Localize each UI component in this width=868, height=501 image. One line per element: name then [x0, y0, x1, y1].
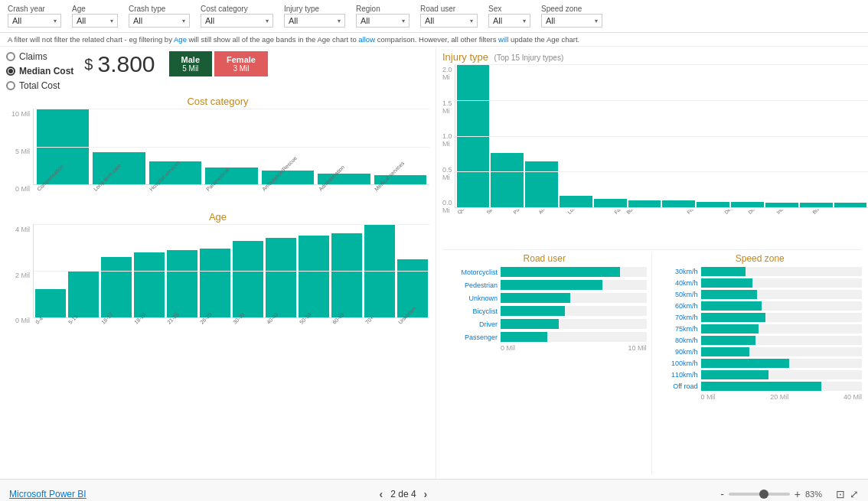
chevron-down-icon: ▾ — [54, 18, 57, 24]
filter-cost-category-select[interactable]: All ▾ — [201, 14, 273, 28]
speed-x-0: 0 Mil — [701, 393, 716, 401]
chevron-down-icon: ▾ — [470, 18, 473, 24]
inj-label-frac-limb: Fractures - Limb — [686, 210, 715, 215]
prev-page-arrow[interactable]: ‹ — [380, 488, 383, 500]
filter-sex-label: Sex — [488, 5, 530, 13]
female-label: Female — [227, 55, 256, 64]
filter-age-select[interactable]: All ▾ — [72, 14, 118, 28]
filter-region-select[interactable]: All ▾ — [356, 14, 410, 28]
radio-median-cost[interactable]: Median Cost — [6, 66, 73, 76]
inj-bar-fractures-limb — [697, 202, 729, 207]
road-bar-motorcyclist: Motorcyclist — [442, 267, 647, 277]
zoom-percent: 83% — [805, 490, 828, 499]
filter-crash-year-label: Crash year — [8, 5, 61, 13]
road-user-section: Road user Motorcyclist Pedestrian — [442, 253, 652, 474]
speed-bar-70: 70km/h — [658, 313, 863, 322]
cost-display: $ 3.800 — [84, 51, 155, 77]
speed-x-20: 20 Mil — [770, 393, 788, 401]
inj-y-0mi: 0.0 Mi — [442, 199, 452, 214]
bottom-charts: Road user Motorcyclist Pedestrian — [442, 253, 862, 474]
road-label-pedestrian: Pedestrian — [442, 281, 498, 289]
road-user-title: Road user — [442, 253, 647, 264]
filter-injury-type-label: Injury type — [284, 5, 345, 13]
age-y-2mil: 2 Mil — [15, 272, 30, 279]
speed-label-30: 30km/h — [658, 268, 698, 275]
filter-cost-category[interactable]: Cost category All ▾ — [201, 5, 273, 28]
chevron-down-icon: ▾ — [338, 18, 341, 24]
female-box: Female 3 Mil — [214, 51, 268, 76]
fullscreen-icon[interactable]: ⤢ — [850, 488, 859, 500]
zoom-plus-icon[interactable]: + — [795, 488, 801, 500]
inj-label-dislocations: Dislocations — [747, 210, 770, 215]
filter-crash-type-label: Crash type — [129, 5, 190, 13]
right-panel: Injury type (Top 15 Injury types) 2.0 Mi… — [436, 47, 868, 479]
radio-claims-circle — [6, 52, 15, 61]
speed-bar-60: 60km/h — [658, 301, 863, 311]
page-info: 2 de 4 — [390, 489, 416, 499]
zoom-slider-track[interactable] — [729, 493, 790, 496]
filter-sex-select[interactable]: All ▾ — [488, 14, 530, 28]
inj-label-internal: Internal Injuries — [775, 210, 803, 215]
age-y-0mil: 0 Mil — [15, 317, 30, 324]
speed-label-80: 80km/h — [658, 337, 698, 344]
filter-road-user-label: Road user — [420, 5, 478, 13]
age-y-4mil: 4 Mil — [15, 226, 30, 233]
zoom-minus-icon[interactable]: - — [720, 488, 724, 500]
filter-bar: Crash year All ▾ Age All ▾ Crash type Al… — [0, 0, 868, 33]
filter-crash-year[interactable]: Crash year All ▾ — [8, 5, 61, 28]
zoom-slider-thumb[interactable] — [759, 490, 768, 499]
filter-sex[interactable]: Sex All ▾ — [488, 5, 530, 28]
bottom-bar: Microsoft Power BI ‹ 2 de 4 › - + 83% ⊡ … — [0, 479, 868, 501]
filter-crash-type-select[interactable]: All ▾ — [129, 14, 190, 28]
injury-subtitle: (Top 15 Injury types) — [494, 54, 564, 62]
chevron-down-icon: ▾ — [402, 18, 405, 24]
cost-category-title: Cost category — [6, 96, 429, 107]
filter-region-label: Region — [356, 5, 410, 13]
filter-injury-type-select[interactable]: All ▾ — [284, 14, 345, 28]
male-box: Male 5 Mil — [169, 51, 212, 76]
filter-speed-zone[interactable]: Speed zone All ▾ — [541, 5, 602, 28]
injury-chart-section: Injury type (Top 15 Injury types) 2.0 Mi… — [442, 51, 862, 250]
inj-bar-degloving — [731, 202, 764, 207]
radio-median-cost-label: Median Cost — [19, 66, 73, 76]
inj-label-brain: Brain Injury (Mild) / Head — [811, 210, 854, 215]
road-x-10: 10 Mil — [628, 344, 646, 352]
gender-boxes: Male 5 Mil Female 3 Mil — [169, 51, 268, 76]
inj-bar-burns — [662, 200, 695, 207]
filter-injury-type[interactable]: Injury type All ▾ — [284, 5, 345, 28]
inj-y-15mi: 1.5 Mi — [442, 99, 452, 115]
road-label-driver: Driver — [442, 320, 498, 328]
radio-claims[interactable]: Claims — [6, 51, 73, 62]
chevron-down-icon: ▾ — [266, 18, 269, 24]
speed-x-40: 40 Mil — [844, 393, 862, 401]
filter-speed-zone-select[interactable]: All ▾ — [541, 14, 602, 28]
speed-label-50: 50km/h — [658, 291, 698, 298]
filter-speed-zone-label: Speed zone — [541, 5, 602, 13]
next-page-arrow[interactable]: › — [424, 488, 428, 500]
inj-y-05mi: 0.5 Mi — [442, 166, 452, 181]
radio-total-cost[interactable]: Total Cost — [6, 80, 73, 91]
filter-region[interactable]: Region All ▾ — [356, 5, 410, 28]
filter-crash-type[interactable]: Crash type All ▾ — [129, 5, 190, 28]
speed-bar-75: 75km/h — [658, 324, 863, 333]
fit-page-icon[interactable]: ⊡ — [836, 488, 845, 500]
chevron-down-icon: ▾ — [110, 18, 113, 24]
filter-age[interactable]: Age All ▾ — [72, 5, 118, 28]
inj-y-2mi: 2.0 Mi — [442, 66, 452, 81]
injury-chart-title: Injury type (Top 15 Injury types) — [442, 51, 862, 63]
speed-label-40: 40km/h — [658, 279, 698, 287]
filter-crash-year-select[interactable]: All ▾ — [8, 14, 61, 28]
zoom-controls: - + 83% ⊡ ⤢ — [720, 488, 859, 500]
inj-bar-amputations — [560, 196, 592, 207]
powerbi-link[interactable]: Microsoft Power BI — [9, 489, 86, 499]
filter-road-user[interactable]: Road user All ▾ — [420, 5, 478, 28]
inj-label-amputations: Amputations — [537, 210, 561, 215]
filter-road-user-select[interactable]: All ▾ — [420, 14, 478, 28]
speed-zone-section: Speed zone 30km/h 40km/h — [652, 253, 863, 474]
inj-bar-severe-abi — [491, 153, 524, 207]
radio-group: Claims Median Cost Total Cost — [6, 51, 73, 91]
speed-label-75: 75km/h — [658, 325, 698, 333]
female-value: 3 Mil — [227, 64, 256, 73]
age-bar-0-4 — [35, 289, 66, 317]
speed-bar-offroad: Off road — [658, 382, 863, 391]
